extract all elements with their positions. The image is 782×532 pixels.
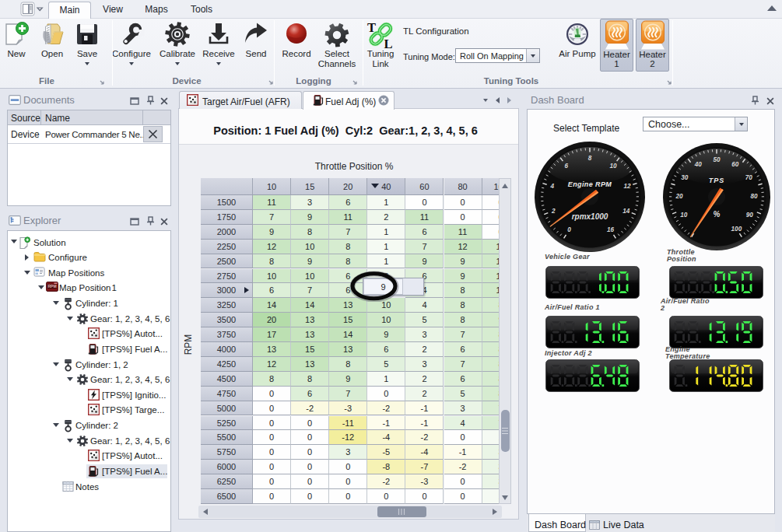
svg-text:12: 12 <box>624 183 632 190</box>
svg-text:2: 2 <box>551 208 556 215</box>
svg-text:RPM: RPM <box>47 284 56 289</box>
svg-text:100: 100 <box>731 226 742 233</box>
svg-text:8: 8 <box>588 155 592 162</box>
svg-text:30: 30 <box>681 174 689 181</box>
svg-text:10: 10 <box>680 212 688 219</box>
svg-text:40: 40 <box>694 161 703 168</box>
svg-text:0: 0 <box>567 226 571 233</box>
svg-text:Engine RPM: Engine RPM <box>568 180 612 188</box>
svg-text:L: L <box>384 37 393 49</box>
svg-text:80: 80 <box>750 193 758 200</box>
svg-text:50: 50 <box>713 156 721 163</box>
svg-text:90: 90 <box>746 212 754 219</box>
svg-text:14: 14 <box>622 208 630 215</box>
svg-text:10: 10 <box>610 163 618 170</box>
svg-text:rpmx1000: rpmx1000 <box>572 212 608 221</box>
svg-text:60: 60 <box>731 161 739 168</box>
svg-text:6: 6 <box>565 163 569 170</box>
svg-text:20: 20 <box>675 193 683 200</box>
svg-text:70: 70 <box>745 174 753 181</box>
svg-text:%: % <box>714 210 721 219</box>
svg-text:TPS: TPS <box>709 177 725 184</box>
svg-text:4: 4 <box>550 183 555 190</box>
svg-text:16: 16 <box>607 226 615 233</box>
